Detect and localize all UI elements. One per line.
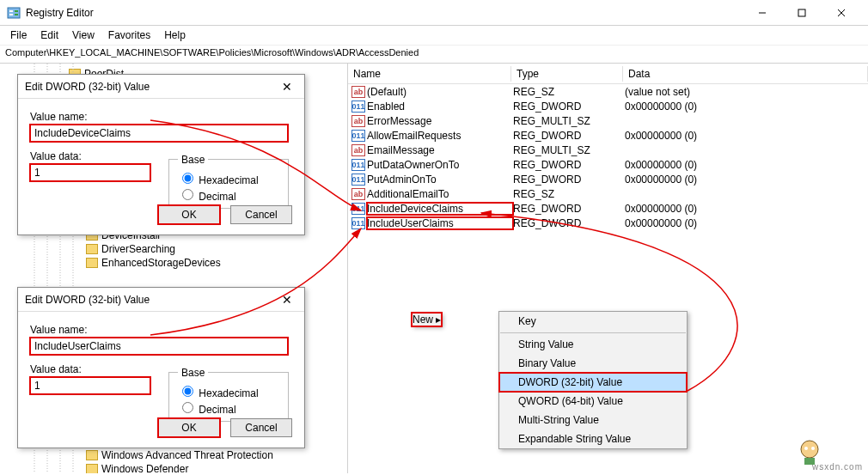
value-name-label: Value name:	[30, 324, 292, 336]
list-row[interactable]: 011IncludeUserClaimsREG_DWORD0x00000000 …	[348, 216, 868, 230]
dialog-title: Edit DWORD (32-bit) Value	[25, 81, 150, 93]
svg-point-15	[804, 447, 808, 450]
value-data: 0x00000000 (0)	[625, 100, 868, 113]
dword-value-icon: 011	[351, 159, 365, 171]
string-value-icon: ab	[351, 86, 365, 98]
value-data: 0x00000000 (0)	[625, 159, 868, 171]
list-header: Name Type Data	[348, 64, 868, 84]
ctx-multistring[interactable]: Multi-String Value	[499, 411, 687, 429]
tree-item[interactable]: DriverSearching	[86, 242, 221, 256]
maximize-button[interactable]	[782, 0, 822, 26]
dword-value-icon: 011	[351, 100, 365, 113]
close-icon[interactable]: ✕	[277, 293, 297, 307]
menu-file[interactable]: File	[3, 27, 34, 43]
list-row[interactable]: 011EnabledREG_DWORD0x00000000 (0)	[348, 99, 868, 113]
value-name-input[interactable]	[30, 338, 288, 355]
menu-view[interactable]: View	[65, 27, 101, 43]
context-new[interactable]: New ▸	[412, 313, 442, 326]
value-name: EmailMessage	[367, 144, 513, 156]
value-data-input[interactable]	[30, 377, 150, 394]
value-name-label: Value name:	[30, 111, 292, 123]
value-type: REG_DWORD	[513, 130, 625, 142]
value-data-input[interactable]	[30, 164, 150, 181]
folder-icon	[86, 450, 98, 460]
ctx-string[interactable]: String Value	[499, 335, 687, 354]
value-type: REG_DWORD	[513, 203, 625, 215]
svg-rect-3	[15, 10, 18, 12]
svg-rect-2	[9, 14, 13, 15]
ok-button[interactable]: OK	[158, 205, 220, 224]
cancel-button[interactable]: Cancel	[230, 205, 292, 224]
svg-rect-6	[798, 9, 805, 16]
close-button[interactable]	[822, 0, 861, 26]
minimize-button[interactable]	[743, 0, 782, 26]
list-row[interactable]: abErrorMessageREG_MULTI_SZ	[348, 113, 868, 128]
dialog-title: Edit DWORD (32-bit) Value	[25, 294, 150, 306]
base-group-label: Base	[178, 367, 208, 379]
hex-radio[interactable]	[182, 386, 193, 397]
value-name: IncludeDeviceClaims	[367, 203, 513, 215]
folder-icon	[86, 258, 98, 268]
string-value-icon: ab	[351, 144, 365, 156]
tree-item[interactable]: EnhancedStorageDevices	[86, 256, 221, 270]
hex-radio[interactable]	[182, 173, 193, 184]
watermark: wsxdn.com	[812, 462, 863, 472]
address-bar[interactable]: Computer\HKEY_LOCAL_MACHINE\SOFTWARE\Pol…	[0, 45, 868, 64]
value-data: (value not set)	[625, 86, 868, 98]
ctx-qword[interactable]: QWORD (64-bit) Value	[499, 392, 687, 411]
value-data: 0x00000000 (0)	[625, 203, 868, 215]
svg-point-13	[801, 441, 818, 458]
dec-radio[interactable]	[182, 402, 193, 413]
col-name[interactable]: Name	[348, 66, 511, 82]
list-row[interactable]: 011IncludeDeviceClaimsREG_DWORD0x0000000…	[348, 201, 868, 216]
col-type[interactable]: Type	[511, 66, 623, 82]
value-name: (Default)	[367, 86, 513, 98]
ok-button[interactable]: OK	[158, 418, 220, 437]
submenu-arrow-icon: ▸	[436, 314, 441, 326]
list-row[interactable]: 011PutAdminOnToREG_DWORD0x00000000 (0)	[348, 172, 868, 186]
ctx-expstring[interactable]: Expandable String Value	[499, 429, 687, 448]
list-row[interactable]: abEmailMessageREG_MULTI_SZ	[348, 143, 868, 157]
value-type: REG_DWORD	[513, 217, 625, 229]
edit-dword-dialog-2: Edit DWORD (32-bit) Value ✕ Value name: …	[17, 287, 305, 448]
value-type: REG_DWORD	[513, 159, 625, 171]
value-type: REG_DWORD	[513, 174, 625, 186]
list-row[interactable]: abAdditionalEmailToREG_SZ	[348, 186, 868, 201]
folder-icon	[86, 464, 98, 473]
value-name: Enabled	[367, 100, 513, 113]
value-type: REG_DWORD	[513, 100, 625, 113]
tree-item[interactable]: Windows Advanced Threat Protection	[86, 448, 273, 462]
separator	[500, 332, 686, 333]
ctx-dword[interactable]: DWORD (32-bit) Value	[499, 373, 687, 392]
ctx-binary[interactable]: Binary Value	[499, 354, 687, 373]
value-type: REG_MULTI_SZ	[513, 115, 625, 127]
value-type: REG_SZ	[513, 86, 625, 98]
menu-help[interactable]: Help	[157, 27, 193, 43]
list-row[interactable]: ab(Default)REG_SZ(value not set)	[348, 84, 868, 99]
tree-item[interactable]: Windows Defender	[86, 462, 273, 473]
menu-edit[interactable]: Edit	[34, 27, 65, 43]
close-icon[interactable]: ✕	[277, 80, 297, 94]
dword-value-icon: 011	[351, 203, 365, 215]
string-value-icon: ab	[351, 188, 365, 200]
value-name: AdditionalEmailTo	[367, 188, 513, 200]
registry-icon	[7, 6, 21, 20]
cancel-button[interactable]: Cancel	[230, 418, 292, 437]
value-name: IncludeUserClaims	[367, 217, 513, 229]
svg-point-16	[811, 447, 815, 450]
value-name-input[interactable]	[30, 125, 288, 142]
value-name: PutAdminOnTo	[367, 174, 513, 186]
value-data: 0x00000000 (0)	[625, 130, 868, 142]
ctx-key[interactable]: Key	[499, 312, 687, 331]
list-row[interactable]: 011AllowEmailRequestsREG_DWORD0x00000000…	[348, 128, 868, 143]
value-name: PutDataOwnerOnTo	[367, 159, 513, 171]
list-row[interactable]: 011PutDataOwnerOnToREG_DWORD0x00000000 (…	[348, 157, 868, 172]
value-name: ErrorMessage	[367, 115, 513, 127]
menubar: File Edit View Favorites Help	[0, 26, 868, 45]
value-type: REG_SZ	[513, 188, 625, 200]
col-data[interactable]: Data	[623, 66, 868, 82]
dword-value-icon: 011	[351, 130, 365, 142]
dword-value-icon: 011	[351, 174, 365, 186]
menu-favorites[interactable]: Favorites	[101, 27, 157, 43]
dec-radio[interactable]	[182, 189, 193, 200]
